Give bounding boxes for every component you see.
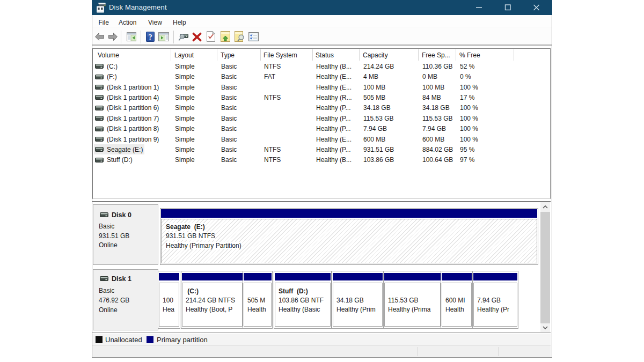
svg-text:?: ?: [148, 32, 152, 41]
